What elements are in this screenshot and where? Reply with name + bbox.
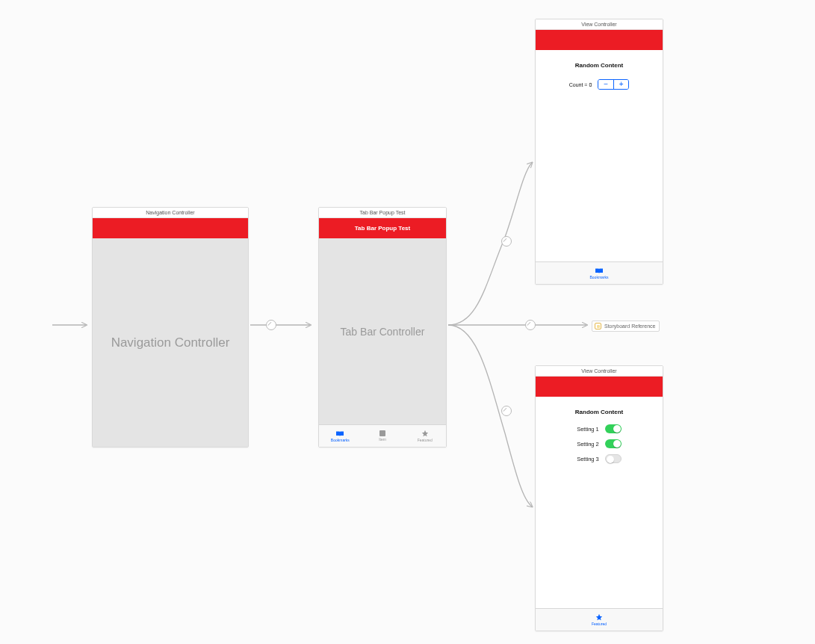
tab-item-featured[interactable]: Featured: [536, 609, 663, 631]
tab-label: Featured: [592, 622, 607, 626]
count-label: Count = 0: [569, 82, 592, 87]
controller-label: Tab Bar Controller: [319, 326, 446, 338]
tab-bar: Featured: [536, 608, 663, 631]
stepper-minus-button[interactable]: −: [598, 80, 613, 89]
tab-item-bookmarks[interactable]: Bookmarks: [319, 425, 362, 447]
nav-bar: Tab Bar Popup Test: [319, 218, 446, 238]
scene-view-controller-counter[interactable]: View Controller Random Content Count = 0…: [535, 19, 663, 285]
storyboard-reference-label: Storyboard Reference: [604, 323, 655, 329]
scene-title-bar: View Controller: [536, 19, 663, 30]
segue-badge: [501, 236, 512, 247]
nav-bar: [536, 377, 663, 397]
setting-row-3: Setting 3: [536, 451, 663, 466]
setting-row-2: Setting 2: [536, 436, 663, 451]
scene-title-bar: Tab Bar Popup Test: [319, 208, 446, 218]
star-icon: [421, 430, 429, 437]
setting-1-toggle[interactable]: [605, 424, 622, 433]
tab-bar: Bookmarks Item Featured: [319, 424, 446, 447]
nav-bar: [93, 218, 248, 238]
setting-3-toggle[interactable]: [605, 454, 622, 463]
scene-view-controller-settings[interactable]: View Controller Random Content Setting 1…: [535, 365, 663, 631]
tab-item-item[interactable]: Item: [362, 425, 404, 447]
tab-bar: Bookmarks: [536, 261, 663, 284]
tab-label: Featured: [418, 438, 433, 442]
scene-tab-bar-controller[interactable]: Tab Bar Popup Test Tab Bar Popup Test Ta…: [318, 207, 447, 448]
book-icon: [595, 267, 604, 274]
count-stepper[interactable]: − +: [598, 79, 629, 90]
tab-label: Bookmarks: [589, 275, 608, 279]
setting-label: Setting 2: [577, 441, 599, 448]
tab-label: Item: [379, 437, 386, 442]
tab-item-bookmarks[interactable]: Bookmarks: [536, 262, 663, 284]
nav-bar: [536, 30, 663, 50]
segue-badge: [501, 406, 512, 416]
segue-badge: [266, 320, 276, 330]
content-heading: Random Content: [536, 409, 663, 415]
stepper-plus-button[interactable]: +: [613, 80, 628, 89]
book-icon: [335, 430, 344, 437]
setting-label: Setting 1: [577, 426, 599, 433]
tab-label: Bookmarks: [331, 438, 350, 442]
scene-title-bar: View Controller: [536, 366, 663, 377]
controller-label: Navigation Controller: [93, 335, 248, 350]
setting-row-1: Setting 1: [536, 421, 663, 436]
star-icon: [595, 613, 603, 621]
segue-badge: [525, 320, 536, 330]
content-heading: Random Content: [536, 62, 663, 69]
scene-title-bar: Navigation Controller: [93, 208, 248, 218]
square-icon: [379, 430, 385, 436]
scene-navigation-controller[interactable]: Navigation Controller Navigation Control…: [92, 207, 249, 448]
setting-label: Setting 3: [577, 456, 599, 462]
storyboard-reference[interactable]: Storyboard Reference: [592, 321, 660, 332]
storyboard-icon: [595, 323, 601, 329]
tab-item-featured[interactable]: Featured: [403, 425, 446, 447]
setting-2-toggle[interactable]: [605, 439, 622, 448]
